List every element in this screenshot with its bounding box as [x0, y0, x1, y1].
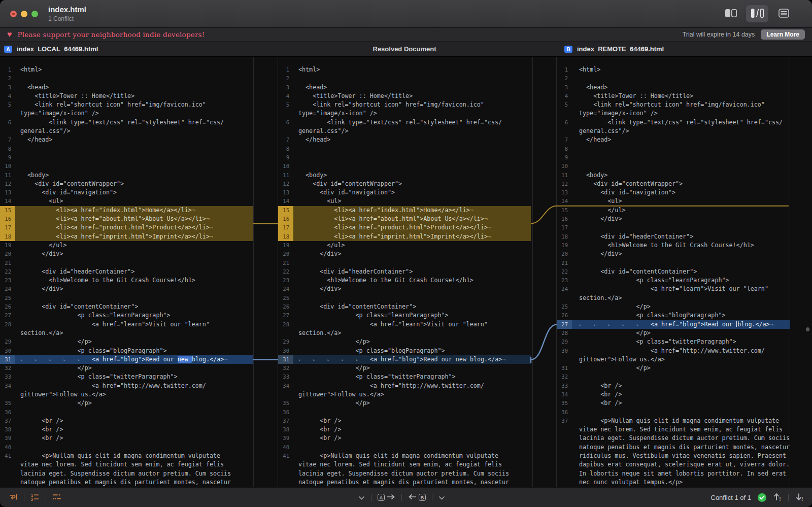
code-row[interactable]: lacinia eget. Suspendisse dictum auctor … — [557, 434, 790, 443]
code-row[interactable]: 17 — [557, 223, 790, 232]
code-row[interactable]: 16 </div> — [557, 215, 790, 223]
split-view-button[interactable] — [720, 5, 742, 22]
zoom-button[interactable] — [31, 11, 38, 17]
code-row[interactable]: 16 <li><a href="about.html">About Us</a>… — [0, 215, 253, 223]
code-row[interactable]: dapibus erat consequat, scelerisque erat… — [557, 460, 790, 469]
code-row[interactable]: 24 </div> — [278, 285, 531, 293]
code-row[interactable]: 34 <a href="http://www.twitter.com/ — [278, 382, 531, 390]
merge-view-button[interactable] — [746, 5, 768, 22]
close-button[interactable] — [10, 11, 17, 17]
code-row[interactable]: 33 <br /> — [557, 382, 790, 390]
code-row[interactable]: 4 <title>Tower :: Home</title> — [0, 92, 253, 100]
code-row[interactable]: 28 </p> — [557, 329, 790, 337]
code-row[interactable]: 28 <a href="learn">Visit our "learn" — [0, 320, 253, 329]
code-row[interactable]: 29 </p> — [0, 337, 253, 346]
code-row[interactable]: 8 — [0, 145, 253, 153]
code-row[interactable]: 3 <head> — [557, 83, 790, 92]
code-row[interactable]: 32 </p> — [278, 364, 531, 373]
code-row[interactable]: lacinia eget. Suspendisse dictum auctor … — [0, 469, 253, 478]
code-row[interactable]: 23 <h1>Welcome to the Git Crash Course!<… — [278, 276, 531, 285]
code-row[interactable]: 36 — [557, 408, 790, 417]
code-row[interactable]: 26 <p class="blogParagraph"> — [557, 311, 790, 320]
code-row[interactable]: section.</a> — [278, 329, 531, 337]
code-row[interactable]: 35 <br /> — [557, 399, 790, 408]
code-row[interactable]: 9 — [0, 153, 253, 162]
take-a-button[interactable]: A — [378, 494, 395, 501]
code-row[interactable]: 8 — [557, 145, 790, 153]
code-row[interactable]: 36 — [0, 408, 253, 417]
code-row[interactable]: vitae nec lorem. Sed tincidunt sem enim,… — [557, 425, 790, 434]
code-row[interactable]: 12 <div id="contentWrapper"> — [557, 180, 790, 188]
code-row[interactable]: section.</a> — [0, 329, 253, 337]
code-row[interactable]: 14 <ul> — [278, 197, 531, 206]
code-row[interactable]: 13 <div id="navigation"> — [0, 188, 253, 197]
code-row[interactable]: 35 </p> — [0, 399, 253, 408]
scrollbar-thumb[interactable] — [806, 327, 809, 331]
code-row[interactable]: 19 <h1>Welcome to the Git Crash Course!<… — [557, 241, 790, 250]
right-pick-menu-button[interactable] — [438, 494, 445, 501]
code-row[interactable]: 38 <br /> — [0, 425, 253, 434]
code-row[interactable]: 2 — [557, 74, 790, 83]
list-view-button[interactable] — [772, 5, 795, 22]
code-row[interactable]: 26 <div id="contentContainer"> — [278, 302, 531, 311]
code-row[interactable]: 1<html> — [0, 65, 253, 74]
code-row[interactable]: 19 </ul> — [0, 241, 253, 250]
code-row[interactable]: 35 </p> — [278, 399, 531, 408]
code-row[interactable]: 20 </div> — [0, 250, 253, 258]
line-numbers-toggle[interactable]: 1 2 — [30, 493, 40, 502]
code-row[interactable]: vitae nec lorem. Sed tincidunt sem enim,… — [278, 460, 531, 469]
code-row[interactable]: 33 <p class="twitterParagraph"> — [0, 373, 253, 381]
invisible-characters-toggle[interactable] — [52, 493, 61, 502]
code-row[interactable]: ridiculus mus. Vestibulum vitae venenati… — [557, 452, 790, 460]
code-row[interactable]: 2 — [0, 74, 253, 83]
code-row[interactable]: 20 </div> — [557, 250, 790, 258]
code-row[interactable]: 19 </ul> — [278, 241, 531, 250]
code-row[interactable]: 5 <link rel="shortcut icon" href="img/fa… — [0, 100, 253, 109]
code-row[interactable]: 4 <title>Tower :: Home</title> — [278, 92, 531, 100]
code-row[interactable]: 40 — [278, 443, 531, 452]
code-row[interactable]: 33 <p class="twitterParagraph"> — [278, 373, 531, 381]
code-row[interactable]: 4 <title>Tower :: Home</title> — [557, 92, 790, 100]
code-row[interactable]: 21 — [278, 259, 531, 267]
code-row[interactable]: 18 <li><a href="imprint.html">Imprint</a… — [0, 232, 253, 241]
code-row[interactable]: natoque penatibus et magnis dis parturie… — [278, 478, 531, 487]
local-code-pane[interactable]: 1<html>23 <head>4 <title>Tower :: Home</… — [0, 57, 253, 487]
code-row[interactable]: 37 <br /> — [278, 417, 531, 425]
code-row[interactable]: 29 <p class="twitterParagraph"> — [557, 337, 790, 346]
left-pick-menu-button[interactable] — [358, 494, 365, 501]
code-row[interactable]: 10 — [557, 162, 790, 171]
code-row[interactable]: type="image/x-icon" /> — [557, 109, 790, 118]
code-row[interactable]: gittower">Follow us.</a> — [278, 390, 531, 399]
code-row[interactable]: 24 <a href="learn">Visit our "learn" — [557, 285, 790, 293]
code-row[interactable]: 9 — [278, 153, 531, 162]
code-row[interactable]: 34 <br /> — [557, 390, 790, 399]
code-row[interactable]: 25 — [0, 294, 253, 302]
code-row[interactable]: 22 <div id="headerContainer"> — [0, 267, 253, 276]
code-row[interactable]: 34 <a href="http://www.twitter.com/ — [0, 382, 253, 390]
code-row[interactable]: 13 <div id="navigation"> — [557, 188, 790, 197]
code-row[interactable]: 15 <li><a href="index.html">Home</a></li… — [278, 206, 531, 215]
code-row[interactable]: 37 <br /> — [0, 417, 253, 425]
code-row[interactable]: 17 <li><a href="product.html">Product</a… — [0, 223, 253, 232]
code-row[interactable]: 25 </p> — [557, 302, 790, 311]
code-row[interactable]: nec nunc volutpat tempus.</p> — [557, 478, 790, 487]
code-row[interactable]: 30 <a href="http://www.twitter.com/ — [557, 347, 790, 355]
code-row[interactable]: 1<html> — [557, 65, 790, 74]
code-row[interactable]: 2 — [278, 74, 531, 83]
wrap-lines-toggle[interactable] — [8, 493, 18, 502]
code-row[interactable]: vitae nec lorem. Sed tincidunt sem enim,… — [0, 460, 253, 469]
code-row[interactable]: 37 <p>Nullam quis elit id magna condimen… — [557, 417, 790, 425]
previous-conflict-button[interactable]: ! — [773, 492, 782, 503]
code-row[interactable]: 31 </p> — [557, 364, 790, 373]
code-row[interactable]: natoque penatibus et magnis dis parturie… — [0, 478, 253, 487]
code-row[interactable]: 10 — [278, 162, 531, 171]
code-row[interactable]: 31▸▸▸▸▸<a href="blog">Read our new blog.… — [278, 355, 531, 364]
remote-code-pane[interactable]: 1<html>23 <head>4 <title>Tower :: Home</… — [557, 57, 790, 487]
code-row[interactable]: general.css"/> — [278, 127, 531, 136]
code-row[interactable]: 32 </p> — [0, 364, 253, 373]
code-row[interactable]: 12 <div id="contentWrapper"> — [278, 180, 531, 188]
code-row[interactable]: 25 — [278, 294, 531, 302]
code-row[interactable]: 23 <h1>Welcome to the Git Crash Course!<… — [0, 276, 253, 285]
code-row[interactable]: general.css"/> — [0, 127, 253, 136]
code-row[interactable]: 27 <p class="learnParagraph"> — [278, 311, 531, 320]
